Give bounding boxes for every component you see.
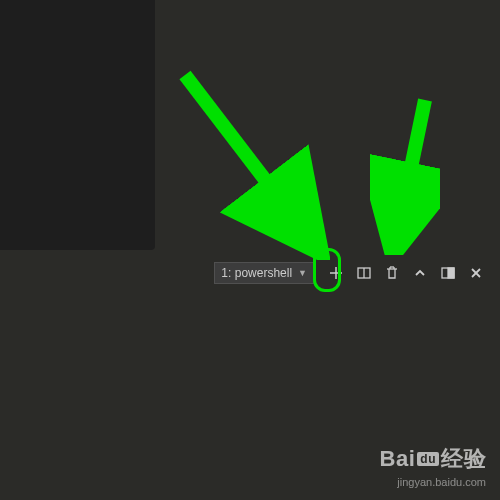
split-panel-icon xyxy=(356,265,372,281)
maximize-panel-icon xyxy=(440,265,456,281)
svg-rect-9 xyxy=(448,268,454,278)
trash-icon xyxy=(384,265,400,281)
annotation-arrow-left xyxy=(170,65,330,260)
svg-line-13 xyxy=(185,75,315,245)
close-icon xyxy=(468,265,484,281)
watermark-brand: Bai du 经验 xyxy=(380,444,486,474)
watermark-brand-left: Bai xyxy=(380,446,416,472)
terminal-selector-label: 1: powershell xyxy=(221,266,292,280)
terminal-selector[interactable]: 1: powershell ▼ xyxy=(214,262,314,284)
annotation-arrow-right xyxy=(370,95,440,255)
kill-terminal-button[interactable] xyxy=(380,261,404,285)
watermark-url: jingyan.baidu.com xyxy=(380,476,486,488)
maximize-panel-button[interactable] xyxy=(436,261,460,285)
new-terminal-button[interactable] xyxy=(324,261,348,285)
chevron-up-button[interactable] xyxy=(408,261,432,285)
watermark-brand-right: 经验 xyxy=(441,444,486,474)
chevron-up-icon xyxy=(412,265,428,281)
svg-line-15 xyxy=(395,100,425,245)
editor-area xyxy=(0,0,155,250)
close-panel-button[interactable] xyxy=(464,261,488,285)
split-terminal-button[interactable] xyxy=(352,261,376,285)
watermark-brand-box: du xyxy=(417,452,439,466)
terminal-toolbar: 1: powershell ▼ xyxy=(0,258,500,288)
plus-icon xyxy=(328,265,344,281)
watermark: Bai du 经验 jingyan.baidu.com xyxy=(380,444,486,488)
dropdown-caret-icon: ▼ xyxy=(298,268,307,278)
